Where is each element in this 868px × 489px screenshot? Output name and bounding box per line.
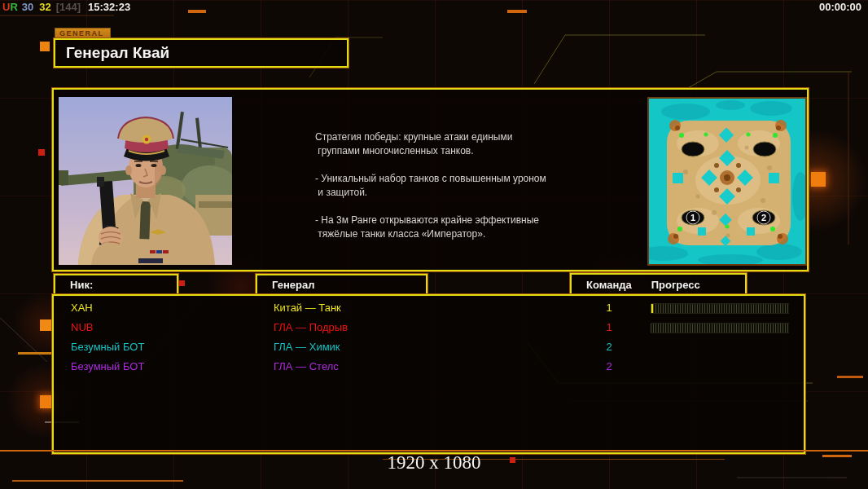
overlay-ur-label: UR [2, 1, 18, 13]
decor-dash [18, 352, 53, 355]
players-table: ХАН Китай — Танк 1 NUB ГЛА — Подрыв 1 Бе… [52, 294, 805, 454]
overlay-cap-value: [144] [56, 1, 81, 13]
player-team: 2 [594, 357, 624, 377]
general-portrait [59, 97, 232, 265]
overlay-clock: 15:32:23 [88, 1, 130, 13]
overlay-ms-value: 32 [39, 1, 50, 13]
decor-square-orange [40, 42, 50, 51]
player-team: 2 [594, 337, 624, 357]
player-team: 1 [594, 318, 624, 337]
resolution-label: 1920 x 1080 [0, 452, 868, 474]
game-timer: 00:00:00 [819, 1, 861, 13]
footer-divider-line [0, 450, 868, 452]
column-header-team: Команда [586, 279, 632, 291]
performance-overlay: UR3032[144]15:32:23 [2, 1, 134, 13]
player-team: 1 [594, 298, 624, 318]
overlay-fps-value: 30 [22, 1, 33, 13]
decor-square-red [179, 280, 185, 286]
player-row: Безумный БОТ ГЛА — Химик 2 [54, 337, 804, 357]
player-nick: Безумный БОТ [71, 337, 144, 357]
progress-cursor [651, 304, 653, 313]
start-position-marker: 2 [752, 210, 775, 225]
decor-square-orange [811, 172, 826, 187]
progress-bar [651, 303, 789, 314]
marker-2-label: 2 [761, 213, 766, 222]
general-title-box: Генерал Квай [54, 38, 349, 68]
player-general: ГЛА — Стелс [274, 357, 339, 377]
player-nick: NUB [71, 318, 93, 337]
marker-1-label: 1 [690, 213, 695, 222]
decor-square-orange [40, 319, 51, 331]
player-nick: Безумный БОТ [71, 357, 144, 377]
player-general: ГЛА — Подрыв [274, 318, 348, 337]
decor-square-orange [40, 395, 53, 408]
progress-bar [651, 323, 789, 333]
player-general: Китай — Танк [274, 298, 341, 318]
player-row: ХАН Китай — Танк 1 [54, 298, 804, 318]
general-description: Стратегия победы: крупные атаки едиными … [315, 130, 576, 241]
player-general: ГЛА — Химик [274, 337, 340, 357]
start-position-marker: 1 [682, 210, 704, 225]
player-nick: ХАН [71, 298, 93, 318]
general-name: Генерал Квай [55, 44, 169, 62]
decor-dash [188, 10, 206, 13]
decor-dash [837, 376, 863, 378]
column-header-progress: Прогресс [651, 279, 700, 291]
column-header-nick: Ник: [54, 274, 178, 296]
decor-dash [12, 480, 183, 482]
decor-square-red [38, 149, 45, 156]
player-row: NUB ГЛА — Подрыв 1 [54, 318, 804, 337]
decor-dash [507, 10, 527, 13]
column-header-general: Генерал [256, 274, 427, 296]
column-header-team-progress: Команда Прогресс [570, 273, 747, 296]
player-row: Безумный БОТ ГЛА — Стелс 2 [54, 357, 804, 377]
general-tab-label: GENERAL [55, 28, 111, 39]
briefing-panel: Стратегия победы: крупные атаки едиными … [52, 88, 809, 271]
map-preview: 1 2 [647, 97, 807, 266]
